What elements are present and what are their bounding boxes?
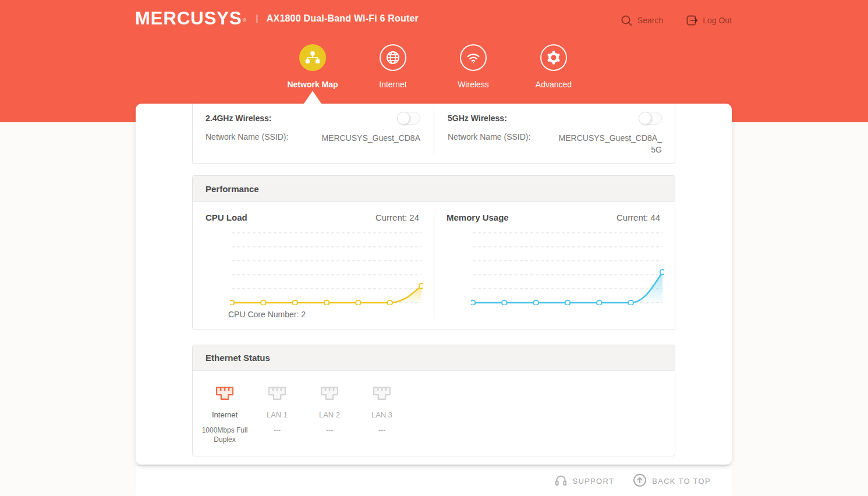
logout-icon — [685, 14, 698, 27]
memory-usage-title: Memory Usage — [447, 212, 509, 222]
tab-wireless-label: Wireless — [458, 80, 489, 89]
cpu-load-chart — [230, 228, 423, 305]
brand: MERCUSYS® | AX1800 Dual-Band Wi-Fi 6 Rou… — [135, 8, 419, 29]
tab-network-map-label: Network Map — [287, 80, 338, 89]
ssid-label: Network Name (SSID): — [206, 132, 288, 141]
guest-5ghz-toggle[interactable] — [639, 112, 662, 125]
arrow-up-circle-icon — [633, 473, 647, 489]
toggle-knob — [397, 112, 410, 125]
wifi-icon — [460, 44, 487, 71]
router-model-title: AX1800 Dual-Band Wi-Fi 6 Router — [267, 13, 419, 24]
guest-24ghz-toggle[interactable] — [397, 112, 420, 125]
guest-5ghz-label: 5GHz Wireless: — [448, 114, 507, 123]
cpu-load-block: CPU Load Current: 24 CPU Core Number: 2 — [193, 202, 434, 330]
logout-button[interactable]: Log Out — [685, 14, 732, 27]
ethernet-port-icon — [215, 385, 235, 403]
headset-icon — [554, 474, 568, 489]
active-tab-pointer — [304, 91, 321, 104]
ethernet-status-section: Ethernet Status Internet 1000Mbps Full D… — [192, 345, 675, 456]
tab-internet[interactable]: Internet — [353, 44, 433, 89]
cpu-core-note: CPU Core Number: 2 — [228, 310, 434, 319]
back-to-top-button[interactable]: BACK TO TOP — [633, 473, 711, 489]
cpu-current-value: Current: 24 — [375, 212, 419, 222]
memory-usage-chart — [471, 228, 664, 305]
port-label: LAN 1 — [267, 410, 288, 419]
memory-usage-block: Memory Usage Current: 44 — [434, 202, 675, 330]
router-admin-page: MERCUSYS® | AX1800 Dual-Band Wi-Fi 6 Rou… — [0, 0, 868, 496]
port-internet: Internet 1000Mbps Full Duplex — [199, 385, 251, 444]
ssid-label: Network Name (SSID): — [448, 132, 530, 141]
ssid-value-5ghz: MERCUSYS_Guest_CD8A_5G — [556, 132, 662, 156]
main-nav: Network Map Internet — [272, 44, 594, 89]
search-icon — [621, 15, 633, 27]
ethernet-port-icon — [372, 385, 392, 403]
tab-network-map[interactable]: Network Map — [272, 44, 353, 89]
guest-24ghz-label: 2.4GHz Wireless: — [206, 114, 271, 123]
mercusys-logo: MERCUSYS — [135, 8, 242, 29]
port-label: Internet — [212, 410, 238, 419]
port-status: --- — [378, 426, 385, 435]
tab-wireless[interactable]: Wireless — [433, 44, 513, 89]
cpu-load-title: CPU Load — [206, 212, 247, 222]
logout-label: Log Out — [703, 16, 732, 25]
network-map-panel: 2.4GHz Wireless: Network Name (SSID): ME… — [136, 104, 732, 465]
port-label: LAN 3 — [371, 410, 392, 419]
port-lan1: LAN 1 --- — [251, 385, 303, 444]
ethernet-port-icon — [267, 385, 287, 403]
port-lan2: LAN 2 --- — [303, 385, 356, 444]
guest-5ghz-block: 5GHz Wireless: Network Name (SSID): MERC… — [434, 104, 675, 163]
tab-internet-label: Internet — [379, 80, 406, 89]
port-status: 1000Mbps Full Duplex — [201, 426, 248, 444]
port-lan3: LAN 3 --- — [356, 385, 408, 444]
ethernet-status-header: Ethernet Status — [193, 345, 675, 371]
guest-24ghz-block: 2.4GHz Wireless: Network Name (SSID): ME… — [193, 104, 434, 163]
port-status: --- — [274, 426, 281, 435]
support-label: SUPPORT — [573, 477, 615, 486]
performance-section: Performance CPU Load Current: 24 CPU Cor… — [192, 175, 675, 330]
ethernet-ports-row: Internet 1000Mbps Full Duplex LAN 1 --- — [193, 371, 675, 456]
memory-current-value: Current: 44 — [617, 212, 660, 222]
back-to-top-label: BACK TO TOP — [652, 477, 711, 486]
port-status: --- — [326, 426, 333, 435]
column-divider — [434, 109, 434, 156]
tab-advanced[interactable]: Advanced — [513, 44, 594, 89]
ssid-value-24ghz: MERCUSYS_Guest_CD8A — [321, 132, 420, 144]
ethernet-status-title: Ethernet Status — [206, 353, 270, 363]
globe-icon — [380, 44, 406, 71]
brand-divider: | — [256, 13, 258, 24]
registered-mark: ® — [243, 17, 247, 23]
column-divider — [434, 210, 434, 319]
page-footer: SUPPORT BACK TO TOP — [136, 466, 732, 496]
header-actions: Search Log Out — [621, 14, 732, 27]
gear-icon — [540, 44, 567, 71]
toggle-knob — [639, 112, 651, 125]
search-label: Search — [637, 16, 663, 25]
guest-wireless-section: 2.4GHz Wireless: Network Name (SSID): ME… — [192, 104, 675, 164]
network-map-icon — [299, 44, 326, 71]
ethernet-port-icon — [320, 385, 339, 403]
performance-title: Performance — [206, 184, 259, 194]
port-label: LAN 2 — [319, 410, 340, 419]
tab-advanced-label: Advanced — [536, 80, 572, 89]
support-button[interactable]: SUPPORT — [554, 474, 615, 489]
performance-header: Performance — [193, 176, 675, 202]
search-button[interactable]: Search — [621, 15, 663, 27]
